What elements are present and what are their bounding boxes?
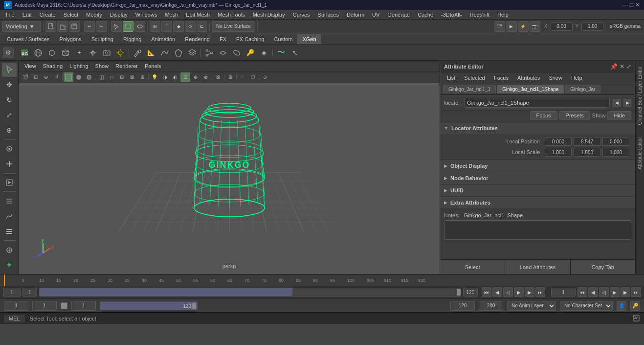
attr-menu-list[interactable]: List xyxy=(443,74,459,82)
light-icon[interactable] xyxy=(114,46,127,59)
snap-point-btn[interactable]: ◆ xyxy=(173,21,184,32)
vp-wireframe2[interactable]: ⊡ xyxy=(180,72,190,82)
tl-range-end[interactable] xyxy=(463,288,478,297)
locator-icon[interactable] xyxy=(87,46,99,59)
vp-poly-btn[interactable]: ⬡ xyxy=(248,72,258,82)
vp-shadow-btn[interactable]: ◑ xyxy=(160,72,170,82)
bb-frame2[interactable] xyxy=(32,301,57,311)
curve-tool-icon[interactable] xyxy=(158,46,171,59)
vp-camera-btn[interactable]: 🎬 xyxy=(21,72,30,82)
attr-menu-show[interactable]: Show xyxy=(545,74,566,82)
snap-view-btn[interactable]: ⊙ xyxy=(185,21,196,32)
copy-tab-btn[interactable]: Copy Tab xyxy=(571,260,635,274)
local-scale-y[interactable] xyxy=(574,148,600,157)
save-scene-btn[interactable] xyxy=(69,21,80,32)
rotate-tool[interactable]: ↻ xyxy=(2,93,17,107)
xgen-icon1[interactable]: XG xyxy=(18,46,31,59)
tab-fx[interactable]: FX xyxy=(215,34,231,44)
goto-end-btn[interactable]: ⏭ xyxy=(535,287,545,297)
lasso-btn[interactable] xyxy=(134,21,145,32)
vp-ao-btn[interactable]: ◐ xyxy=(170,72,180,82)
close-btn[interactable]: ✕ xyxy=(635,1,640,8)
local-scale-z[interactable] xyxy=(602,148,629,157)
render-settings-btn[interactable]: 🎬 xyxy=(494,21,505,32)
bb-char-set-select[interactable]: No Character Set xyxy=(560,301,613,311)
channel-box-layer-tab[interactable]: Channel Box / Layer Editor xyxy=(636,63,644,129)
menu-cache[interactable]: Cache xyxy=(414,11,437,19)
goto-start-btn[interactable]: ⏮ xyxy=(482,287,491,297)
scene-canvas[interactable]: GINKGO x y z persp xyxy=(19,83,440,274)
vp-shaded[interactable] xyxy=(74,72,84,82)
bb-char-btn[interactable]: 👤 xyxy=(617,301,626,311)
menu-redshift[interactable]: Redshift xyxy=(466,11,493,19)
sphere-icon[interactable] xyxy=(32,46,44,59)
attr-section-object-header[interactable]: ▶ Object Display xyxy=(440,160,635,172)
redo-btn[interactable]: ↪ xyxy=(96,21,107,32)
live-surface-btn[interactable]: No Live Surface xyxy=(212,21,255,32)
vp-light-btn[interactable]: 💡 xyxy=(150,72,159,82)
translate-tool[interactable]: ✥ xyxy=(2,78,17,92)
presets-btn[interactable]: Presets xyxy=(559,111,590,120)
layers-icon[interactable] xyxy=(186,46,199,59)
notes-textarea[interactable] xyxy=(444,220,631,240)
graph-editor[interactable] xyxy=(2,209,17,223)
vp-menu-lighting[interactable]: Lighting xyxy=(67,62,91,70)
vp-menu-shading[interactable]: Shading xyxy=(40,62,66,70)
menu-mesh-tools[interactable]: Mesh Tools xyxy=(214,11,248,19)
set-driven-icon[interactable]: ◈ xyxy=(258,46,270,59)
xgen-groom[interactable]: ✦ xyxy=(2,258,17,272)
vp-display-btn4[interactable]: ⊠ xyxy=(127,72,137,82)
tab-polygons[interactable]: Polygons xyxy=(54,34,86,44)
render-region[interactable] xyxy=(2,176,17,190)
attr-menu-help[interactable]: Help xyxy=(567,74,586,82)
tl-range-start[interactable] xyxy=(22,288,37,297)
frame-counter-input[interactable] xyxy=(551,288,576,297)
bb-range-slider[interactable]: 120 xyxy=(100,301,198,310)
measure-icon[interactable]: 📐 xyxy=(145,46,157,59)
settings-icon-btn[interactable]: ⚙ xyxy=(3,47,14,58)
menu-help[interactable]: Help xyxy=(493,11,512,19)
menu-file[interactable]: File xyxy=(2,11,19,19)
camera-icon[interactable] xyxy=(100,46,113,59)
tab-curves-surfaces[interactable]: Curves / Surfaces xyxy=(2,34,54,44)
attr-tab-node3[interactable]: Ginkgo_Jar xyxy=(565,85,600,93)
tab-rigging[interactable]: Rigging xyxy=(118,34,146,44)
paint-icon[interactable] xyxy=(131,46,144,59)
local-pos-z[interactable] xyxy=(602,137,629,146)
play-btn[interactable]: ▶ xyxy=(514,287,524,297)
local-pos-y[interactable] xyxy=(574,137,600,146)
tab-sculpting[interactable]: Sculpting xyxy=(87,34,118,44)
load-attributes-btn[interactable]: Load Attributes xyxy=(505,260,570,274)
attr-section-node-header[interactable]: ▶ Node Behavior xyxy=(440,172,635,184)
snap-proj-btn[interactable]: ⊏ xyxy=(197,21,207,32)
vp-xray-btn[interactable]: ⊙ xyxy=(260,72,270,82)
script-editor-icon[interactable] xyxy=(632,314,640,323)
bb-frame1[interactable] xyxy=(4,301,28,311)
attr-locator-next[interactable]: ▶ xyxy=(623,99,631,107)
menu-uv[interactable]: UV xyxy=(368,11,383,19)
focus-btn[interactable]: Focus xyxy=(530,111,557,120)
vp-frame-sel[interactable]: ⊕ xyxy=(41,72,51,82)
attr-expand-icon[interactable]: ⤢ xyxy=(626,63,631,70)
plus-icon[interactable]: + xyxy=(73,46,86,59)
vp-menu-view[interactable]: View xyxy=(22,62,39,70)
vp-turntable[interactable]: ↺ xyxy=(51,72,61,82)
play-back-btn[interactable]: ◁ xyxy=(503,287,513,297)
bb-color-swatch[interactable] xyxy=(61,302,67,309)
vp-curve-btn[interactable]: ⌒ xyxy=(238,72,247,82)
new-scene-btn[interactable] xyxy=(45,21,56,32)
attribute-editor-tab[interactable]: Attribute Editor xyxy=(636,133,644,173)
channel-box[interactable] xyxy=(2,224,17,238)
timeline-range-handle[interactable] xyxy=(457,289,461,296)
mode-dropdown[interactable]: Modeling ▼ xyxy=(2,21,41,32)
tab-fx-caching[interactable]: FX Caching xyxy=(231,34,269,44)
select-btn[interactable]: Select xyxy=(440,260,505,274)
vp-y-input[interactable]: 1.00 xyxy=(581,22,603,31)
tab-animation[interactable]: Animation xyxy=(146,34,180,44)
vp-display-btn1[interactable]: ◫ xyxy=(96,72,106,82)
open-scene-btn[interactable] xyxy=(57,21,68,32)
menu-deform[interactable]: Deform xyxy=(343,11,368,19)
hide-btn[interactable]: Hide xyxy=(607,111,631,120)
attr-close-icon[interactable]: ✕ xyxy=(620,63,624,70)
sculpt-tool-icon[interactable]: 〜 xyxy=(275,46,288,59)
